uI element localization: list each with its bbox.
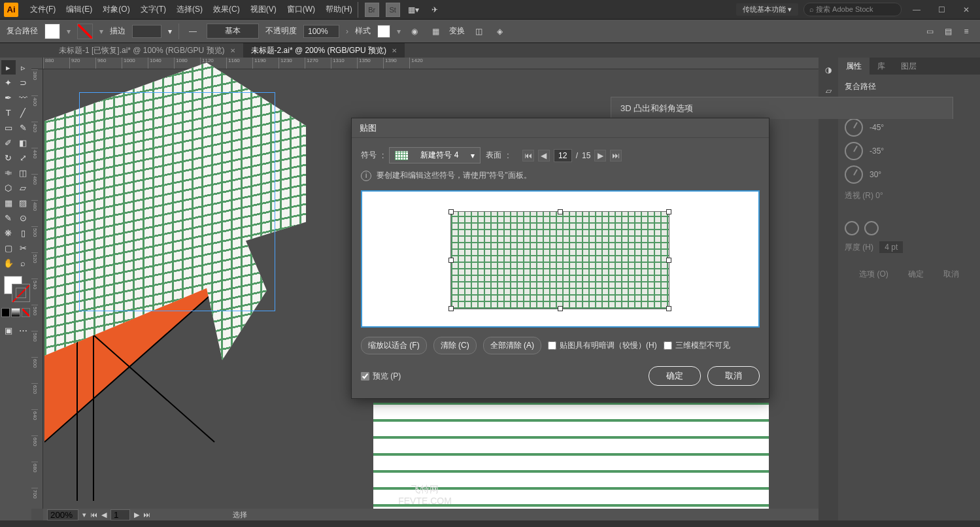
menu-effect[interactable]: 效果(C) (208, 4, 245, 15)
menu-edit[interactable]: 编辑(E) (61, 4, 97, 15)
clear-all-button[interactable]: 全部清除 (A) (483, 337, 541, 354)
recolor-icon[interactable]: ◉ (407, 24, 422, 39)
menu-help[interactable]: 帮助(H) (320, 4, 358, 15)
magic-wand-tool[interactable]: ✦ (1, 75, 16, 90)
curvature-tool[interactable]: 〰 (16, 90, 31, 105)
edit-toolbar[interactable]: ⋯ (16, 323, 31, 337)
lasso-tool[interactable]: ⊃ (16, 75, 31, 90)
free-transform-tool[interactable]: ◫ (16, 165, 31, 180)
menu-type[interactable]: 文字(T) (135, 4, 171, 15)
zoom-tool[interactable]: ⌕ (16, 256, 31, 270)
clear-button[interactable]: 清除 (C) (433, 337, 477, 354)
brush-icon[interactable]: — (186, 24, 200, 39)
fill-stroke-indicator[interactable] (1, 275, 30, 302)
screen-mode-tool[interactable]: ▣ (1, 323, 16, 337)
menu-file[interactable]: 文件(F) (25, 4, 61, 15)
color-panel-icon[interactable]: ◑ (821, 63, 836, 77)
ruler-origin[interactable] (31, 58, 43, 69)
surface-last-button[interactable]: ⏭ (610, 150, 622, 162)
nav-last-icon[interactable]: ⏭ (143, 511, 150, 518)
symbol-select[interactable]: 新建符号 4 ▾ (389, 147, 481, 163)
hand-tool[interactable]: ✋ (1, 256, 16, 270)
maximize-icon[interactable]: ☐ (932, 3, 951, 16)
paintbrush-tool[interactable]: ✎ (16, 120, 31, 135)
ruler-horizontal[interactable]: 8809209601000104010801120116011901230127… (43, 58, 819, 69)
rotate-tool[interactable]: ↻ (1, 150, 16, 165)
zoom-input[interactable] (47, 509, 78, 520)
options-button[interactable]: 选项 (O) (853, 266, 895, 282)
menu-view[interactable]: 视图(V) (245, 4, 282, 15)
menu-object[interactable]: 对象(O) (97, 4, 135, 15)
bridge-icon[interactable]: Br (365, 3, 379, 17)
close-icon[interactable]: ✕ (956, 3, 976, 16)
ruler-vertical[interactable]: 3804004204404604805005205405605806006206… (31, 69, 43, 509)
map-preview[interactable] (361, 190, 760, 328)
line-tool[interactable]: ╱ (16, 105, 31, 120)
document-tab-active[interactable]: 未标题-2.ai* @ 200% (RGB/GPU 预览)✕ (243, 43, 405, 58)
slice-tool[interactable]: ✂ (16, 241, 31, 255)
ok-button[interactable]: 确定 (649, 366, 701, 386)
shade-checkbox[interactable]: 贴图具有明暗调（较慢）(H) (548, 340, 657, 351)
panel-tab-libraries[interactable]: 库 (870, 58, 893, 75)
style-select[interactable]: 基本 (207, 24, 259, 39)
surface-next-button[interactable]: ▶ (594, 150, 606, 162)
color-mode-fill[interactable] (1, 308, 10, 317)
swatches-panel-icon[interactable]: ▱ (821, 84, 836, 98)
panel-tab-properties[interactable]: 属性 (838, 58, 870, 75)
opacity-input[interactable] (303, 25, 339, 38)
surface-first-button[interactable]: ⏮ (522, 150, 534, 162)
stroke-weight-input[interactable] (132, 25, 161, 38)
nav-first-icon[interactable]: ⏮ (90, 511, 97, 518)
surface-prev-button[interactable]: ◀ (538, 150, 550, 162)
cap-icon-2[interactable] (864, 221, 879, 235)
align-icon[interactable]: ▦ (428, 24, 443, 39)
isolate-icon[interactable]: ◈ (492, 24, 507, 39)
width-tool[interactable]: ⟚ (1, 165, 16, 180)
selection-tool[interactable]: ▸ (1, 60, 16, 75)
surface-current[interactable]: 12 (554, 149, 572, 162)
fill-swatch[interactable] (44, 24, 60, 39)
cancel-button[interactable]: 取消 (707, 366, 760, 386)
rotate-y-dial[interactable] (845, 142, 863, 160)
blend-tool[interactable]: ⊙ (16, 211, 31, 225)
close-tab-icon[interactable]: ✕ (230, 47, 235, 54)
shaper-tool[interactable]: ✐ (1, 135, 16, 150)
invisible-geometry-checkbox[interactable]: 三维模型不可见 (664, 340, 730, 351)
graphic-style-swatch[interactable] (377, 25, 390, 38)
color-mode-gradient[interactable] (11, 308, 20, 317)
minimize-icon[interactable]: — (907, 3, 926, 16)
nav-next-icon[interactable]: ▶ (134, 511, 139, 519)
dialog-title[interactable]: 贴图 (352, 118, 769, 138)
direct-selection-tool[interactable]: ▹ (16, 60, 31, 75)
menu-select[interactable]: 选择(S) (171, 4, 208, 15)
stock-icon[interactable]: St (386, 3, 400, 17)
menu-window[interactable]: 窗口(W) (282, 4, 320, 15)
gradient-tool[interactable]: ▨ (16, 196, 31, 210)
pen-tool[interactable]: ✒ (1, 90, 16, 105)
panel-toggle-icon[interactable]: ▭ (922, 24, 937, 39)
panel-menu-icon[interactable]: ▤ (941, 24, 955, 39)
panel-options-icon[interactable]: ≡ (959, 24, 973, 39)
cap-icon[interactable] (845, 221, 859, 235)
symbol-sprayer-tool[interactable]: ❋ (1, 226, 16, 240)
rotate-z-dial[interactable] (845, 165, 863, 184)
ok-button[interactable]: 确定 (902, 266, 930, 282)
document-tab[interactable]: 未标题-1 [已恢复].ai* @ 100% (RGB/GPU 预览)✕ (51, 43, 243, 58)
color-mode-none[interactable] (22, 308, 30, 317)
artboard-nav-input[interactable] (110, 509, 130, 520)
shape-icon[interactable]: ◫ (471, 24, 486, 39)
arrange-icon[interactable]: ▦▾ (407, 3, 421, 17)
rotate-x-dial[interactable] (845, 118, 863, 137)
dialog-3d-extrude-titlebar[interactable]: 3D 凸出和斜角选项 (611, 97, 953, 119)
type-tool[interactable]: T (1, 105, 16, 120)
perspective-tool[interactable]: ▱ (16, 180, 31, 195)
scale-tool[interactable]: ⤢ (16, 150, 31, 165)
cancel-button[interactable]: 取消 (937, 266, 966, 282)
rectangle-tool[interactable]: ▭ (1, 120, 16, 135)
nav-prev-icon[interactable]: ◀ (101, 511, 107, 519)
mapped-symbol[interactable] (450, 211, 669, 309)
panel-tab-layers[interactable]: 图层 (893, 58, 924, 75)
close-tab-icon[interactable]: ✕ (392, 47, 397, 54)
scale-to-fit-button[interactable]: 缩放以适合 (F) (361, 337, 427, 354)
graph-tool[interactable]: ▯ (16, 226, 31, 240)
